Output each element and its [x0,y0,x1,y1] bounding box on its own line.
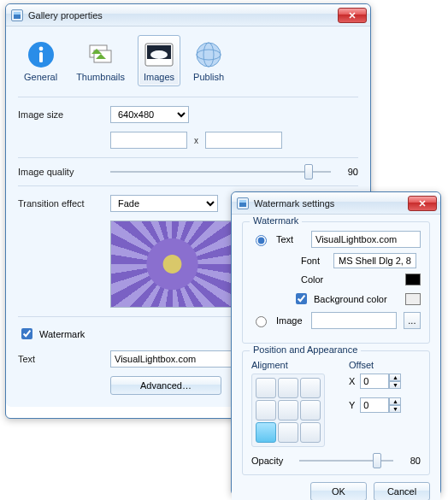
align-tc[interactable] [278,378,298,398]
x-up[interactable]: ▲ [389,374,401,381]
watermark-checkbox[interactable]: Watermark [18,326,85,342]
opacity-slider[interactable]: 80 [299,456,421,466]
transition-preview [110,221,234,308]
svg-point-10 [197,43,221,67]
close-button[interactable] [338,8,367,23]
image-size-label: Image size [18,109,103,120]
width-input[interactable] [110,132,187,149]
images-icon [144,39,174,70]
toolbar: General Thumbnails Images Publish [18,32,358,93]
align-mc[interactable] [278,400,298,421]
color-swatch[interactable] [405,274,421,285]
align-tl[interactable] [256,378,276,398]
y-up[interactable]: ▲ [389,397,401,405]
watermark-settings-window: Watermark settings Watermark Text Font M… [231,191,441,496]
align-br[interactable] [300,422,321,443]
browse-button[interactable]: ... [404,312,421,329]
svg-rect-0 [14,15,21,19]
window-title: Gallery properties [28,10,103,21]
align-bc[interactable] [278,422,298,443]
titlebar[interactable]: Watermark settings [232,192,440,215]
alignment-grid [251,374,325,447]
image-radio[interactable] [256,316,267,327]
transition-label: Transition effect [18,198,103,209]
svg-point-3 [38,47,43,51]
watermark-group: Watermark Text Font MS Shell Dlg 2, 8 Co… [242,221,430,344]
bg-color-checkbox[interactable]: Background color [292,291,387,307]
x-separator: x [194,136,198,145]
align-tr[interactable] [300,378,321,398]
transition-select[interactable]: Fade [110,195,218,212]
position-group: Position and Appearance Aligment [242,350,430,475]
svg-rect-1 [14,12,21,15]
quality-slider[interactable]: 90 [110,167,358,177]
tab-thumbnails[interactable]: Thumbnails [70,35,131,86]
x-down[interactable]: ▼ [389,381,401,389]
height-input[interactable] [205,132,282,149]
titlebar[interactable]: Gallery properties [6,4,370,26]
tab-general[interactable]: General [18,35,63,86]
info-icon [26,39,56,70]
align-bl[interactable] [256,422,276,443]
wm-text-input[interactable] [311,231,421,248]
cancel-button[interactable]: Cancel [374,482,430,500]
image-size-select[interactable]: 640x480 [110,106,189,123]
align-ml[interactable] [256,400,276,421]
svg-point-9 [150,50,168,59]
y-down[interactable]: ▼ [389,405,401,413]
tab-publish[interactable]: Publish [187,35,230,86]
bg-color-swatch[interactable] [405,293,421,305]
offset-y-spinner[interactable]: ▲▼ [360,397,401,413]
tab-images[interactable]: Images [138,35,180,86]
text-label: Text [18,354,103,364]
watermark-text-input[interactable] [110,350,239,368]
app-icon [237,197,249,209]
thumbnails-icon [85,39,116,70]
app-icon [11,9,23,21]
text-radio[interactable] [256,235,267,246]
font-picker[interactable]: MS Shell Dlg 2, 8 [333,253,416,268]
offset-x-spinner[interactable]: ▲▼ [360,374,401,389]
wm-image-input[interactable] [311,312,397,329]
quality-value: 90 [338,167,358,177]
svg-rect-4 [39,52,43,62]
ok-button[interactable]: OK [310,482,367,500]
image-quality-label: Image quality [18,167,103,177]
svg-rect-14 [239,200,246,203]
advanced-button[interactable]: Advanced… [110,376,221,395]
svg-rect-13 [239,203,246,207]
window-title: Watermark settings [254,198,334,209]
close-button[interactable] [408,196,437,211]
globe-icon [193,39,224,70]
align-mr[interactable] [300,400,321,421]
